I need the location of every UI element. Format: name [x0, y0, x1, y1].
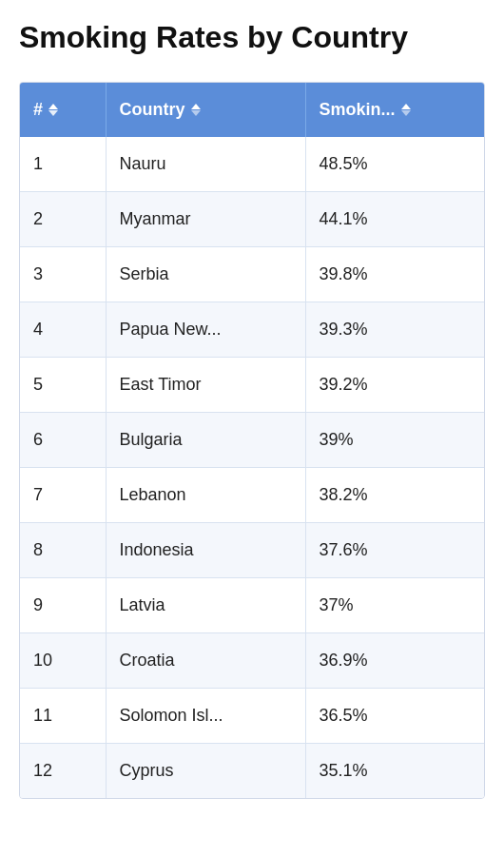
- page-title: Smoking Rates by Country: [19, 19, 485, 55]
- cell-rank: 5: [20, 358, 106, 413]
- sort-icon-rank: [48, 104, 58, 116]
- cell-country: Indonesia: [106, 523, 305, 578]
- table-row: 5East Timor39.2%: [20, 358, 484, 413]
- cell-country: Papua New...: [106, 302, 305, 358]
- cell-country: Lebanon: [106, 468, 305, 523]
- cell-rank: 7: [20, 468, 106, 523]
- cell-smoking: 48.5%: [305, 137, 484, 192]
- cell-smoking: 39.8%: [305, 247, 484, 302]
- cell-country: East Timor: [106, 358, 305, 413]
- table-row: 1Nauru48.5%: [20, 137, 484, 192]
- table-row: 7Lebanon38.2%: [20, 468, 484, 523]
- table-row: 12Cyprus35.1%: [20, 744, 484, 799]
- cell-country: Solomon Isl...: [106, 689, 305, 744]
- table-row: 11Solomon Isl...36.5%: [20, 689, 484, 744]
- cell-smoking: 37%: [305, 578, 484, 633]
- cell-rank: 9: [20, 578, 106, 633]
- cell-smoking: 36.9%: [305, 633, 484, 689]
- cell-smoking: 39.3%: [305, 302, 484, 358]
- table-row: 2Myanmar44.1%: [20, 192, 484, 247]
- column-label-smoking: Smokin...: [320, 100, 396, 120]
- cell-country: Latvia: [106, 578, 305, 633]
- cell-smoking: 36.5%: [305, 689, 484, 744]
- cell-smoking: 39%: [305, 413, 484, 468]
- cell-rank: 8: [20, 523, 106, 578]
- sort-icon-country: [191, 104, 201, 116]
- cell-rank: 4: [20, 302, 106, 358]
- cell-country: Cyprus: [106, 744, 305, 799]
- cell-smoking: 37.6%: [305, 523, 484, 578]
- table-row: 3Serbia39.8%: [20, 247, 484, 302]
- cell-rank: 6: [20, 413, 106, 468]
- cell-country: Myanmar: [106, 192, 305, 247]
- table-row: 8Indonesia37.6%: [20, 523, 484, 578]
- table-row: 9Latvia37%: [20, 578, 484, 633]
- table-row: 4Papua New...39.3%: [20, 302, 484, 358]
- sort-icon-smoking: [401, 104, 411, 116]
- cell-rank: 10: [20, 633, 106, 689]
- cell-rank: 2: [20, 192, 106, 247]
- table-row: 10Croatia36.9%: [20, 633, 484, 689]
- cell-smoking: 38.2%: [305, 468, 484, 523]
- cell-smoking: 39.2%: [305, 358, 484, 413]
- cell-rank: 12: [20, 744, 106, 799]
- table-header-row: # Country: [20, 83, 484, 137]
- column-label-rank: #: [33, 100, 43, 120]
- column-header-country[interactable]: Country: [106, 83, 305, 137]
- cell-rank: 1: [20, 137, 106, 192]
- table-row: 6Bulgaria39%: [20, 413, 484, 468]
- column-header-rank[interactable]: #: [20, 83, 106, 137]
- cell-country: Serbia: [106, 247, 305, 302]
- cell-country: Nauru: [106, 137, 305, 192]
- cell-smoking: 35.1%: [305, 744, 484, 799]
- cell-rank: 3: [20, 247, 106, 302]
- column-label-country: Country: [120, 100, 185, 120]
- cell-country: Croatia: [106, 633, 305, 689]
- column-header-smoking[interactable]: Smokin...: [305, 83, 484, 137]
- data-table: # Country: [19, 82, 485, 799]
- cell-smoking: 44.1%: [305, 192, 484, 247]
- cell-country: Bulgaria: [106, 413, 305, 468]
- cell-rank: 11: [20, 689, 106, 744]
